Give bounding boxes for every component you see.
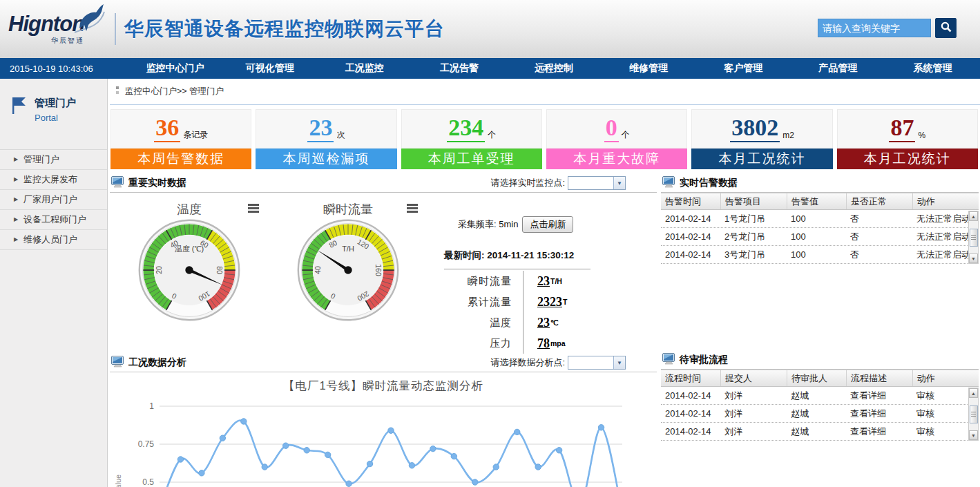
readout-number: 2323	[537, 295, 562, 309]
nav-item-工况监控[interactable]: 工况监控	[317, 62, 412, 75]
nav-items: 监控中心门户可视化管理工况监控工况告警远程控制维修管理客户管理产品管理系统管理	[128, 62, 980, 75]
hamburger-menu-icon[interactable]	[248, 204, 259, 214]
readout-row: 累计流量2323T	[441, 292, 657, 312]
stat-value[interactable]: 234	[447, 116, 485, 142]
scroll-up-icon[interactable]: ▲	[969, 211, 978, 221]
hamburger-menu-icon[interactable]	[407, 204, 418, 214]
cell: 2014-02-14	[661, 231, 720, 242]
scroll-up-icon[interactable]: ▲	[969, 388, 978, 398]
nav-item-远程控制[interactable]: 远程控制	[506, 62, 601, 75]
refresh-button[interactable]: 点击刷新	[522, 216, 573, 233]
chevron-down-icon[interactable]: ▼	[613, 177, 625, 189]
search-button[interactable]	[935, 18, 957, 38]
action-cell[interactable]: 查看详细	[846, 426, 912, 438]
action-cell[interactable]: 查看详细	[846, 390, 912, 402]
gauges-area: 温度020406080100温度 (℃)瞬时流量04080120160200T/…	[110, 193, 657, 350]
analysis-point-select[interactable]: ▼	[568, 356, 626, 370]
sidebar-item-厂家用户门户[interactable]: ▶厂家用户门户	[0, 190, 107, 210]
main-nav: 2015-10-19 10:43:06 监控中心门户可视化管理工况监控工况告警远…	[0, 58, 980, 79]
stat-unit: 次	[336, 129, 345, 141]
nav-item-客户管理[interactable]: 客户管理	[696, 62, 791, 75]
logo-divider	[115, 13, 116, 45]
breadcrumb[interactable]: 监控中心门户>> 管理门户	[110, 79, 980, 105]
column-header: 是否正常	[846, 193, 912, 209]
scroll-down-icon[interactable]: ▼	[969, 430, 978, 440]
table-row: 2014-02-14刘洋赵城查看详细审核	[661, 423, 979, 441]
stat-card-top: 234个	[401, 109, 542, 149]
readout-unit: ℃	[550, 318, 559, 327]
deer-logo-icon	[72, 3, 108, 38]
stat-unit: 个	[622, 129, 630, 141]
nav-item-工况告警[interactable]: 工况告警	[412, 62, 506, 75]
chevron-down-icon[interactable]: ▼	[613, 356, 625, 369]
table-scrollbar[interactable]: ▲▼	[968, 211, 979, 264]
stat-card: 23次本周巡检漏项	[256, 109, 396, 169]
stat-value[interactable]: 23	[307, 116, 334, 142]
scroll-down-icon[interactable]: ▼	[969, 254, 978, 263]
nav-item-系统管理[interactable]: 系统管理	[885, 62, 980, 75]
stat-value[interactable]: 0	[604, 116, 619, 142]
nav-item-产品管理[interactable]: 产品管理	[791, 62, 885, 75]
readout-unit: T	[563, 298, 567, 306]
nav-item-可视化管理[interactable]: 可视化管理	[222, 62, 317, 75]
stat-label-bar: 本月重大故障	[546, 149, 687, 169]
gauge-温度: 温度020406080100温度 (℃)	[110, 201, 269, 350]
gauge-title: 温度	[177, 201, 202, 218]
stat-value[interactable]: 3802	[730, 116, 780, 142]
scrollbar-track[interactable]	[969, 221, 978, 254]
cell: 100	[787, 231, 846, 242]
svg-text:0.5: 0.5	[142, 477, 154, 487]
scrollbar-thumb[interactable]	[970, 405, 978, 423]
search-input[interactable]	[818, 19, 931, 37]
sidebar-item-维修人员门户[interactable]: ▶维修人员门户	[0, 230, 107, 250]
sidebar-item-设备工程师门户[interactable]: ▶设备工程师门户	[0, 210, 107, 230]
table-header-row: 流程时间提交人待审批人流程描述动作	[661, 370, 979, 387]
stat-label-bar: 本月工况统计	[691, 149, 832, 169]
readout-value: 23T/H	[523, 271, 562, 292]
monitor-point-selector-label: 请选择实时监控点:	[490, 177, 565, 189]
stat-label-bar: 本周告警数据	[111, 149, 251, 169]
cell: 2号龙门吊	[720, 231, 787, 243]
monitor-point-select[interactable]: ▼	[568, 176, 626, 190]
sidebar-item-管理门户[interactable]: ▶管理门户	[0, 150, 107, 170]
readout-unit: mpa	[550, 339, 566, 347]
nav-item-维修管理[interactable]: 维修管理	[602, 62, 696, 75]
stat-label-bar: 本月工况统计	[837, 149, 978, 169]
cell: 否	[846, 231, 912, 243]
logo: Hignton 华辰智通	[8, 13, 84, 46]
gauge-title-row: 温度	[110, 201, 269, 218]
readout-label: 压力	[441, 337, 523, 350]
sidebar-item-监控大屏发布[interactable]: ▶监控大屏发布	[0, 170, 107, 190]
stat-value[interactable]: 36	[154, 116, 180, 142]
table-row: 2014-02-143号龙门吊100否无法正常启动	[661, 246, 979, 264]
monitor-icon	[111, 356, 124, 370]
triangle-right-icon: ▶	[14, 150, 18, 169]
readout-value: 78mpa	[523, 333, 566, 354]
scrollbar-thumb[interactable]	[970, 229, 978, 247]
gauge-瞬时流量: 瞬时流量04080120160200T/H	[269, 201, 427, 350]
gauges: 温度020406080100温度 (℃)瞬时流量04080120160200T/…	[110, 201, 427, 350]
realtime-info-panel: 采集频率: 5min 点击刷新 最新时间: 2014-11-21 15:30:1…	[427, 201, 657, 350]
analysis-section-header: 工况数据分析 请选择数据分析点: ▼	[110, 354, 657, 372]
section-title: 重要实时数据	[128, 177, 186, 189]
section-title: 工况数据分析	[128, 356, 186, 369]
chart-title: 【电厂1号线】瞬时流量动态监测分析	[110, 379, 657, 394]
stat-value[interactable]: 87	[889, 116, 915, 142]
sidebar-item-label: 监控大屏发布	[23, 174, 77, 184]
column-header: 告警值	[787, 193, 846, 209]
nav-item-监控中心门户[interactable]: 监控中心门户	[128, 62, 222, 75]
svg-text:40: 40	[314, 266, 322, 274]
scrollbar-track[interactable]	[969, 398, 978, 430]
action-cell[interactable]: 查看详细	[846, 408, 912, 420]
svg-text:20: 20	[155, 266, 163, 274]
readout-number: 78	[537, 336, 550, 351]
alarm-panel-header: 实时告警数据	[661, 174, 979, 193]
gauge-title: 瞬时流量	[323, 201, 373, 218]
stat-unit: %	[918, 131, 925, 140]
table-row: 2014-02-14刘洋赵城查看详细审核	[661, 405, 979, 423]
table-scrollbar[interactable]: ▲▼	[968, 388, 979, 441]
portal-header: 管理门户 Portal	[0, 79, 107, 123]
stat-unit: 个	[488, 129, 496, 141]
breadcrumb-text: 监控中心门户>> 管理门户	[125, 86, 224, 97]
svg-text:T/H: T/H	[342, 245, 354, 253]
